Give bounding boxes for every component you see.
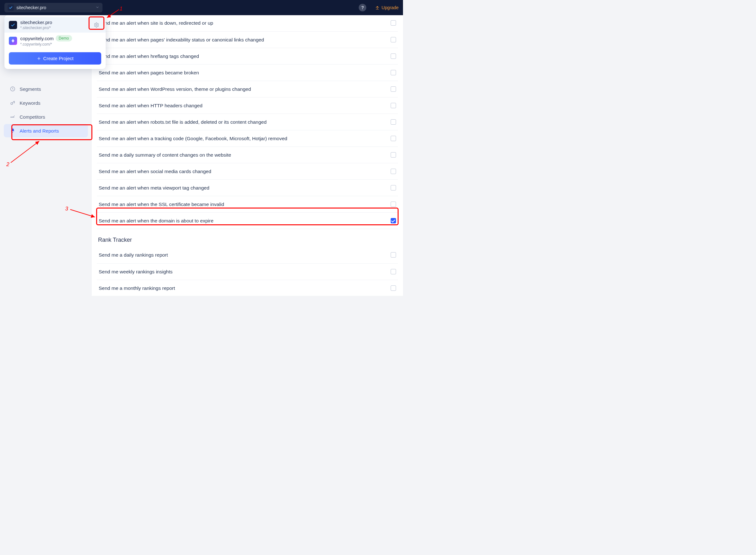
svg-point-1 (11, 102, 13, 104)
alert-text: Send me an alert when robots.txt file is… (99, 119, 267, 125)
alert-row: Send me an alert when pages became broke… (97, 65, 398, 81)
alert-checkbox[interactable] (391, 218, 396, 223)
alert-checkbox[interactable] (391, 103, 396, 108)
alert-checkbox[interactable] (391, 286, 396, 291)
alert-row: Send me a daily summary of content chang… (97, 147, 398, 163)
top-bar: sitechecker.pro ? Upgrade (0, 0, 403, 15)
alert-row: Send me an alert when a tracking code (G… (97, 130, 398, 147)
create-project-label: Create Project (43, 56, 74, 61)
project-dropdown: sitechecker.pro *.sitechecker.pro/* copy… (4, 15, 106, 69)
chevron-down-icon (95, 5, 99, 10)
alert-checkbox[interactable] (391, 169, 396, 174)
alert-checkbox[interactable] (391, 152, 396, 158)
alert-checkbox[interactable] (391, 20, 396, 26)
section-title-rank-tracker: Rank Tracker (97, 229, 398, 247)
sidebar-item-alerts-and-reports[interactable]: Alerts and Reports (4, 124, 88, 137)
sidebar-item-keywords[interactable]: Keywords (4, 96, 88, 110)
project-pattern: *.sitechecker.pro/* (20, 26, 52, 30)
project-name: sitechecker.pro (20, 19, 52, 25)
sitechecker-logo-icon (9, 21, 17, 29)
svg-point-2 (14, 116, 14, 116)
project-name: copywritely.com (20, 36, 54, 41)
alert-checkbox[interactable] (391, 269, 396, 274)
sitechecker-logo-icon (8, 4, 14, 11)
main-content: Send me an alert when site is down, redi… (92, 15, 403, 296)
alert-checkbox[interactable] (391, 86, 396, 92)
upgrade-icon (375, 5, 380, 10)
alert-row: Send me an alert when hreflang tags chan… (97, 48, 398, 65)
bell-icon (9, 128, 16, 133)
alert-text: Send me an alert when pages became broke… (99, 70, 199, 76)
sidebar-item-label: Keywords (19, 100, 41, 106)
rank-tracker-list: Send me a daily rankings reportSend me w… (97, 247, 398, 296)
alert-row: Send me weekly rankings insights (97, 264, 398, 280)
project-selector[interactable]: sitechecker.pro (4, 3, 102, 12)
alert-checkbox[interactable] (391, 252, 396, 258)
demo-badge: Demo (56, 35, 72, 41)
alert-checkbox[interactable] (391, 37, 396, 42)
alert-text: Send me an alert when a tracking code (G… (99, 136, 287, 141)
project-option-copywritely[interactable]: copywritely.com Demo *.copywritely.com/* (4, 33, 106, 49)
alert-text: Send me an alert when meta viewport tag … (99, 185, 209, 191)
alert-row: Send me a monthly rankings report (97, 280, 398, 296)
help-button[interactable]: ? (359, 4, 366, 11)
clock-icon (9, 86, 16, 92)
alert-row: Send me an alert when meta viewport tag … (97, 180, 398, 196)
project-pattern: *.copywritely.com/* (20, 42, 72, 46)
alert-text: Send me an alert when social media cards… (99, 169, 211, 174)
alert-checkbox[interactable] (391, 136, 396, 141)
alert-row: Send me an alert when site is down, redi… (97, 15, 398, 32)
alert-row: Send me an alert when the SSL certificat… (97, 196, 398, 213)
gear-icon (94, 22, 99, 28)
alert-text: Send me an alert when the domain is abou… (99, 218, 214, 224)
project-settings-button[interactable] (92, 20, 101, 30)
alert-checkbox[interactable] (391, 185, 396, 190)
alert-row: Send me an alert when social media cards… (97, 163, 398, 180)
alert-checkbox[interactable] (391, 53, 396, 59)
sidebar-item-label: Segments (19, 86, 41, 92)
alert-text: Send me weekly rankings insights (99, 269, 172, 275)
alert-row: Send me an alert when HTTP headers chang… (97, 97, 398, 114)
alert-text: Send me a monthly rankings report (99, 286, 175, 291)
alert-row: Send me a daily rankings report (97, 247, 398, 264)
alert-text: Send me an alert when site is down, redi… (99, 20, 213, 26)
alert-checkbox[interactable] (391, 202, 396, 207)
alert-checkbox[interactable] (391, 119, 396, 125)
key-icon (9, 100, 16, 106)
alert-text: Send me a daily summary of content chang… (99, 152, 231, 158)
alert-row: Send me an alert when the domain is abou… (97, 213, 398, 229)
project-selector-label: sitechecker.pro (16, 5, 46, 10)
sidebar-item-label: Alerts and Reports (19, 128, 59, 133)
alerts-list: Send me an alert when site is down, redi… (97, 15, 398, 229)
alert-checkbox[interactable] (391, 70, 396, 75)
alert-text: Send me an alert when hreflang tags chan… (99, 53, 199, 59)
sidebar-item-competitors[interactable]: Competitors (4, 110, 88, 123)
svg-point-3 (96, 24, 97, 26)
project-option-sitechecker[interactable]: sitechecker.pro *.sitechecker.pro/* (4, 17, 106, 33)
alert-row: Send me an alert when pages' indexabilit… (97, 32, 398, 48)
alert-row: Send me an alert when robots.txt file is… (97, 114, 398, 130)
upgrade-button[interactable]: Upgrade (375, 5, 399, 10)
copywritely-logo-icon (9, 37, 17, 45)
sidebar-item-segments[interactable]: Segments (4, 82, 88, 95)
alert-row: Send me an alert when WordPress version,… (97, 81, 398, 97)
create-project-button[interactable]: Create Project (9, 52, 101, 65)
plus-icon (37, 56, 41, 61)
alert-text: Send me an alert when the SSL certificat… (99, 202, 224, 207)
sidebar-item-label: Competitors (19, 114, 45, 120)
alert-text: Send me an alert when WordPress version,… (99, 86, 251, 92)
competitors-icon (9, 114, 16, 120)
upgrade-label: Upgrade (382, 5, 399, 10)
alert-text: Send me an alert when HTTP headers chang… (99, 103, 203, 109)
alert-text: Send me an alert when pages' indexabilit… (99, 37, 264, 43)
alert-text: Send me a daily rankings report (99, 252, 168, 258)
